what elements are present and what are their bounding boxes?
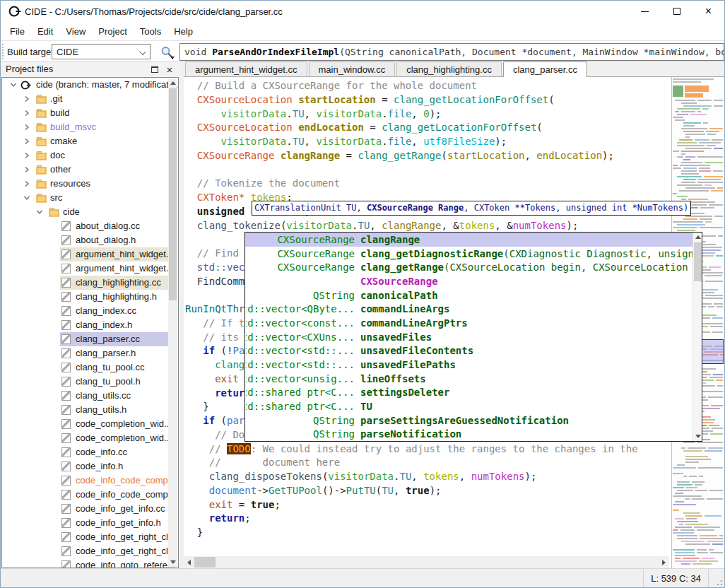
scroll-down-icon[interactable] [168, 558, 177, 567]
completion-item-unsavedFilePaths[interactable]: std::vector<std::...unsavedFilePaths [245, 358, 702, 372]
tree-item-clang_utils.cc[interactable]: clang_utils.cc [2, 389, 178, 403]
chevron-right-icon[interactable] [23, 123, 31, 134]
menu-file[interactable]: File [4, 23, 31, 40]
float-panel-button[interactable] [148, 64, 161, 75]
tree-item-code_info_get_right_cl...[interactable]: code_info_get_right_cl... [2, 530, 178, 544]
tree-item-code_info_code_comp...[interactable]: code_info_code_comp... [2, 474, 178, 488]
completion-item-commandLineArgs[interactable]: std::vector<QByte...commandLineArgs [245, 302, 702, 316]
close-panel-button[interactable]: × [163, 64, 176, 75]
tree-item-cmake[interactable]: cmake [2, 134, 178, 148]
code-line[interactable]: visitorData.TU, visitorData.file, utf8Fi… [185, 135, 671, 149]
hscroll-thumb[interactable] [194, 557, 216, 568]
minimize-button[interactable] [629, 1, 661, 22]
tree-item-.git[interactable]: .git [2, 92, 178, 106]
code-line[interactable]: visitorData.TU, visitorData.file, 0); [185, 107, 671, 122]
tree-item-code_info_get_info.cc[interactable]: code_info_get_info.cc [2, 502, 178, 516]
completion-item-commandLineArgPtrs[interactable]: std::vector<const...commandLineArgPtrs [245, 316, 702, 330]
tree-item-doc[interactable]: doc [2, 148, 178, 163]
tree-scrollbar[interactable] [168, 78, 177, 567]
tree-item-clang_parser.h[interactable]: clang_parser.h [2, 346, 178, 360]
close-button[interactable]: × [692, 1, 724, 22]
completion-item-CXSourceRange[interactable]: CXSourceRange [245, 274, 702, 288]
tree-item-about_dialog.h[interactable]: about_dialog.h [2, 233, 178, 247]
build-target-select[interactable]: CIDE [52, 44, 151, 59]
editor-horizontal-scrollbar[interactable] [184, 556, 669, 568]
completion-item-clangRange[interactable]: CXSourceRangeclangRange [245, 233, 702, 247]
tree-item-code_info_goto_refere...[interactable]: code_info_goto_refere... [2, 558, 178, 568]
tab-argument_hint_widget.cc[interactable]: argument_hint_widget.cc [185, 61, 307, 76]
code-line[interactable]: // TODO: We could instead try to adjust … [185, 442, 671, 457]
search-button[interactable] [157, 43, 176, 61]
tree-item-code_info_get_right_cl...[interactable]: code_info_get_right_cl... [2, 544, 178, 558]
tree-item-clang_index.cc[interactable]: clang_index.cc [2, 304, 178, 318]
scroll-left-icon[interactable] [184, 556, 194, 568]
tree-item-code_info_code_comp...[interactable]: code_info_code_comp... [2, 488, 178, 502]
code-line[interactable]: clang_disposeTokens(visitorData.TU, toke… [185, 470, 671, 484]
tree-item-clang_highlighting.h[interactable]: clang_highlighting.h [2, 290, 178, 304]
tab-clang_parser.cc[interactable]: clang_parser.cc [503, 61, 587, 77]
maximize-button[interactable] [661, 1, 692, 22]
completion-item-TU[interactable]: std::shared_ptr<C...TU [245, 399, 702, 413]
scroll-right-icon[interactable] [659, 556, 669, 568]
completion-scrollbar[interactable] [692, 233, 702, 441]
scroll-up-icon[interactable] [168, 78, 177, 88]
tree-item-build[interactable]: build [2, 106, 178, 120]
chevron-down-icon[interactable] [35, 208, 44, 218]
tree-item-cide[interactable]: cide [2, 205, 178, 219]
tree-item-clang_utils.h[interactable]: clang_utils.h [2, 403, 178, 417]
tab-main_window.cc[interactable]: main_window.cc [309, 61, 396, 76]
tree-item-clang_highlighting.cc[interactable]: clang_highlighting.cc [2, 276, 178, 290]
menu-view[interactable]: View [59, 23, 92, 40]
code-line[interactable]: CXSourceLocation endLocation = clang_get… [185, 121, 671, 135]
menu-help[interactable]: Help [167, 23, 199, 40]
tab-clang_highlighting.cc[interactable]: clang_highlighting.cc [396, 61, 502, 76]
tree-item-code_info.h[interactable]: code_info.h [2, 459, 178, 474]
code-line[interactable]: // Tokenize the document [185, 177, 671, 191]
code-line[interactable]: CXSourceRange clangRange = clang_getRang… [185, 149, 671, 163]
code-line[interactable]: document->GetTUPool()->PutTU(TU, true); [185, 484, 671, 498]
tree-item-resources[interactable]: resources [2, 177, 178, 191]
tree-item-build_msvc[interactable]: build_msvc [2, 120, 178, 134]
completion-item-unsavedFileContents[interactable]: std::vector<std::...unsavedFileContents [245, 344, 702, 358]
completion-item-canonicalPath[interactable]: QStringcanonicalPath [245, 288, 702, 302]
completion-item-settingsDeleter[interactable]: std::shared_ptr<C...settingsDeleter [245, 386, 702, 400]
chevron-right-icon[interactable] [23, 137, 31, 148]
chevron-right-icon[interactable] [23, 165, 31, 176]
completion-item-clang_getDiagnosticRange[interactable]: CXSourceRangeclang_getDiagnosticRange(CX… [245, 247, 702, 261]
completion-item-unsavedFiles[interactable]: std::vector<CXUns...unsavedFiles [245, 330, 702, 344]
code-line[interactable] [185, 540, 671, 554]
chevron-right-icon[interactable] [23, 95, 31, 105]
completion-item-parseSettingsAreGuessedNotification[interactable]: QStringparseSettingsAreGuessedNotificati… [245, 413, 702, 428]
completion-item-clang_getRange[interactable]: CXSourceRangeclang_getRange(CXSourceLoca… [245, 260, 702, 274]
scroll-down-icon[interactable] [693, 432, 702, 441]
toolbar-drag-handle[interactable] [2, 44, 4, 59]
scroll-up-icon[interactable] [693, 233, 702, 242]
tree-item-clang_parser.cc[interactable]: clang_parser.cc [2, 332, 178, 346]
code-line[interactable]: return; [185, 512, 671, 526]
tree-item-code_info_get_info.h[interactable]: code_info_get_info.h [2, 516, 178, 530]
menu-edit[interactable]: Edit [31, 23, 59, 40]
chevron-down-icon[interactable] [9, 81, 18, 91]
current-function-signature[interactable]: void ParseAndOrIndexFileImpl(QString can… [179, 43, 724, 61]
code-line[interactable]: // document here [185, 456, 671, 470]
chevron-down-icon[interactable] [23, 194, 31, 204]
completion-item-parseNotification[interactable]: QStringparseNotification [245, 428, 702, 442]
tree-item-other[interactable]: other [2, 163, 178, 177]
tree-scrollbar-thumb[interactable] [169, 88, 177, 300]
code-line[interactable]: exit = true; [185, 498, 671, 512]
completion-scrollbar-thumb[interactable] [694, 242, 702, 281]
code-line[interactable]: } [185, 526, 671, 540]
tree-item-code_info.cc[interactable]: code_info.cc [2, 445, 178, 459]
title-bar[interactable]: CIDE - C:/Users/Thomas/Projects/cide/src… [1, 1, 724, 22]
menu-project[interactable]: Project [92, 23, 133, 40]
tree-item-src[interactable]: src [2, 191, 178, 205]
chevron-right-icon[interactable] [23, 109, 31, 119]
tree-item-code_completion_wid...[interactable]: code_completion_wid... [2, 417, 178, 431]
code-line[interactable]: clang_tokenize(visitorData.TU, clangRang… [185, 219, 671, 233]
tree-item-cidebranchmaster7modificati...[interactable]: cide (branch: master, 7 modificati... [2, 78, 178, 92]
code-line[interactable]: // Build a CXSourceRange for the whole d… [185, 79, 671, 93]
resize-grip[interactable] [714, 577, 722, 585]
tree-item-about_dialog.cc[interactable]: about_dialog.cc [2, 219, 178, 233]
code-line[interactable] [185, 163, 671, 177]
chevron-right-icon[interactable] [23, 180, 31, 190]
